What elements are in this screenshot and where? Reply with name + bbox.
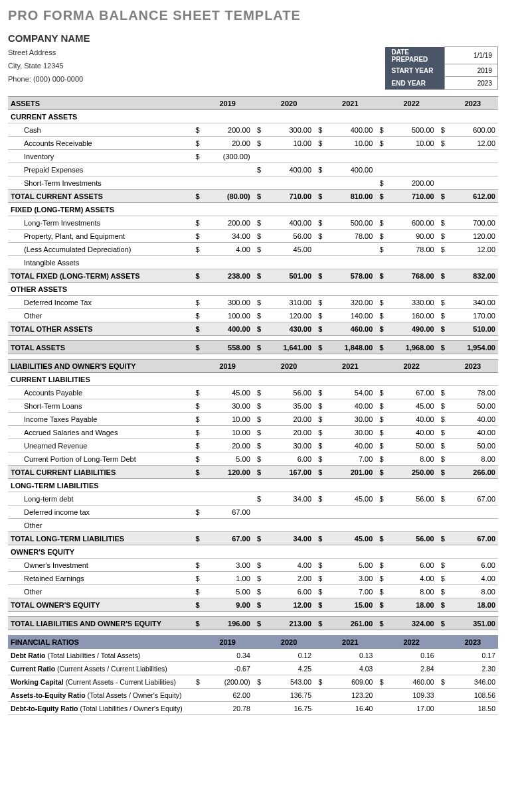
cell-value: 120.00 (203, 466, 253, 479)
ratio-row: Debt-to-Equity Ratio (Total Liabilities … (8, 702, 498, 715)
currency-symbol (191, 256, 202, 269)
cell-value: 710.00 (264, 190, 314, 203)
cell-value: 12.00 (264, 598, 314, 612)
currency-symbol: $ (253, 466, 264, 479)
cell-value: 196.00 (203, 617, 253, 630)
currency-symbol: $ (375, 675, 386, 689)
cell-value: 324.00 (386, 617, 437, 630)
ratio-value: 136.75 (264, 689, 314, 702)
total-liab-equity: TOTAL LIABILITIES AND OWNER'S EQUITY$196… (8, 617, 498, 630)
subsection-label: LONG-TERM LIABILITIES (8, 479, 498, 492)
row-label: Unearned Revenue (8, 439, 191, 452)
cell-value: 45.00 (325, 532, 375, 545)
cell-value: 40.00 (325, 439, 375, 452)
cell-value: 67.00 (203, 532, 253, 545)
row-label: TOTAL OTHER ASSETS (8, 322, 191, 336)
currency-symbol: $ (375, 296, 386, 309)
row-label: TOTAL ASSETS (8, 341, 191, 354)
cell-value: 170.00 (448, 309, 498, 322)
currency-symbol (375, 519, 386, 532)
cell-value (386, 519, 437, 532)
long-term-liabilities-row: Other (8, 519, 498, 532)
cell-value: 250.00 (386, 466, 437, 479)
cell-value: 45.00 (203, 386, 253, 399)
currency-symbol: $ (314, 341, 325, 354)
currency-symbol: $ (375, 269, 386, 283)
cell-value: 140.00 (325, 309, 375, 322)
year-header: 2019 (203, 97, 253, 110)
currency-symbol (253, 519, 264, 532)
date-prepared-value: 1/1/19 (445, 47, 498, 64)
long-term-liabilities-total: TOTAL LONG-TERM LIABILITIES$67.00$34.00$… (8, 532, 498, 545)
year-header: 2019 (203, 360, 253, 373)
cell-value: 100.00 (203, 309, 253, 322)
page-title: PRO FORMA BALANCE SHEET TEMPLATE (8, 8, 498, 23)
cell-value: 34.00 (264, 532, 314, 545)
cell-value: 6.00 (264, 585, 314, 598)
currency-symbol: $ (314, 439, 325, 452)
currency-symbol: $ (191, 190, 202, 203)
cell-value: 430.00 (264, 322, 314, 336)
row-label: TOTAL LIABILITIES AND OWNER'S EQUITY (8, 617, 191, 630)
phone: Phone: (000) 000-0000 (8, 73, 83, 86)
currency-symbol (375, 649, 386, 662)
currency-symbol (191, 662, 202, 675)
currency-symbol: $ (437, 230, 448, 243)
currency-symbol: $ (375, 216, 386, 230)
ratio-label: Current Ratio (Current Assets / Current … (8, 662, 191, 675)
currency-symbol (314, 256, 325, 269)
year-header: 2019 (203, 636, 253, 649)
currency-symbol (191, 163, 202, 176)
year-header: 2022 (386, 636, 437, 649)
currency-symbol: $ (191, 426, 202, 439)
cell-value: 810.00 (325, 190, 375, 203)
currency-symbol: $ (253, 426, 264, 439)
row-label: Property, Plant, and Equipment (8, 230, 191, 243)
currency-symbol: $ (314, 230, 325, 243)
currency-symbol: $ (191, 216, 202, 230)
row-label: Long-Term Investments (8, 216, 191, 230)
cell-value (203, 492, 253, 506)
fixed-assets-row: Property, Plant, and Equipment$34.00$56.… (8, 230, 498, 243)
current-liabilities-row: Short-Term Loans$30.00$35.00$40.00$45.00… (8, 399, 498, 413)
long-term-liabilities-row: Deferred income tax$67.00 (8, 506, 498, 519)
cell-value (448, 519, 498, 532)
cell-value: 3.00 (203, 559, 253, 572)
year-header: 2020 (264, 636, 314, 649)
row-label: Prepaid Expenses (8, 163, 191, 176)
cell-value: 8.00 (386, 452, 437, 466)
cell-value: 56.00 (264, 386, 314, 399)
cell-value: 67.00 (203, 506, 253, 519)
currency-symbol (437, 256, 448, 269)
cell-value: 300.00 (264, 123, 314, 137)
other-assets-row: Other$100.00$120.00$140.00$160.00$170.00 (8, 309, 498, 322)
currency-symbol: $ (253, 492, 264, 506)
ratio-value: 2.84 (386, 662, 437, 675)
currency-symbol: $ (191, 617, 202, 630)
year-header: 2021 (325, 97, 375, 110)
currency-symbol: $ (375, 413, 386, 426)
currency-symbol: $ (437, 413, 448, 426)
current-liabilities-row: Income Taxes Payable$10.00$20.00$30.00$4… (8, 413, 498, 426)
ratio-label: Debt Ratio (Total Liabilities / Total As… (8, 649, 191, 662)
cell-value: 500.00 (325, 216, 375, 230)
currency-symbol: $ (191, 150, 202, 163)
fixed-assets-header: FIXED (LONG-TERM) ASSETS (8, 203, 498, 216)
subsection-label: CURRENT LIABILITIES (8, 373, 498, 386)
currency-symbol: $ (253, 386, 264, 399)
currency-symbol: $ (253, 439, 264, 452)
cell-value: 167.00 (264, 466, 314, 479)
currency-symbol: $ (314, 296, 325, 309)
cell-value: 7.00 (325, 585, 375, 598)
subsection-label: CURRENT ASSETS (8, 110, 498, 123)
other-assets-header: OTHER ASSETS (8, 283, 498, 296)
currency-symbol: $ (314, 137, 325, 150)
cell-value: 400.00 (264, 216, 314, 230)
currency-symbol (375, 689, 386, 702)
cell-value: 15.00 (325, 598, 375, 612)
cell-value (448, 163, 498, 176)
cell-value: 20.00 (203, 137, 253, 150)
cell-value: 1,954.00 (448, 341, 498, 354)
cell-value: 612.00 (448, 190, 498, 203)
currency-symbol: $ (191, 559, 202, 572)
